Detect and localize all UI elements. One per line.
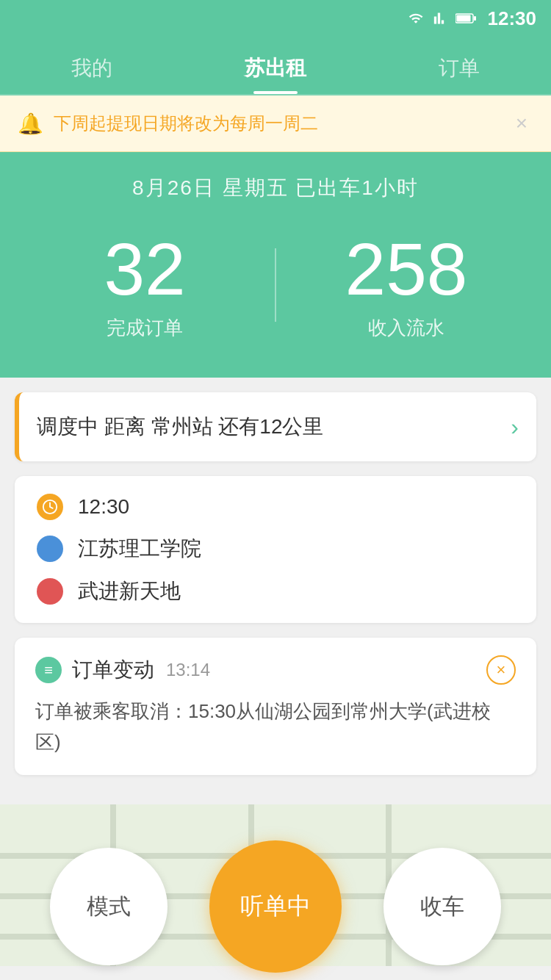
status-time: 12:30: [488, 7, 537, 30]
order-time-row: 12:30: [37, 494, 514, 520]
stop-button[interactable]: 收车: [383, 848, 501, 965]
svg-rect-2: [474, 16, 476, 21]
notif-time: 13:14: [166, 660, 210, 680]
svg-rect-1: [456, 15, 470, 22]
notification-banner: 🔔 下周起提现日期将改为每周一周二 ×: [0, 96, 551, 152]
clock-icon: [37, 494, 63, 520]
notif-icon: ≡: [35, 657, 62, 683]
stats-divider: [275, 248, 276, 322]
from-dot-icon: [37, 536, 63, 562]
speaker-icon: 🔔: [18, 112, 43, 136]
to-dot-icon: [37, 578, 63, 605]
dispatch-card[interactable]: 调度中 距离 常州站 还有12公里 ›: [15, 392, 536, 461]
notif-body: 订单被乘客取消：15:30从仙湖公园到常州大学(武进校区): [35, 696, 516, 757]
income-block: 258 收入流水: [291, 228, 522, 341]
date-info: 8月26日 星期五 已出车1小时: [29, 174, 522, 202]
order-to-row: 武进新天地: [37, 577, 514, 605]
stats-section: 8月26日 星期五 已出车1小时 32 完成订单 258 收入流水: [0, 152, 551, 378]
cards-area: 调度中 距离 常州站 还有12公里 › 12:30 江苏理工学院 武进新天地: [0, 378, 551, 804]
mode-button[interactable]: 模式: [50, 848, 168, 965]
dispatch-text: 调度中 距离 常州站 还有12公里: [19, 392, 493, 461]
wifi-icon: [406, 11, 426, 26]
order-from-row: 江苏理工学院: [37, 535, 514, 563]
tab-bar: 我的 苏出租 订单: [0, 37, 551, 96]
income-number: 258: [345, 228, 468, 309]
status-bar: 12:30: [0, 0, 551, 37]
notification-text: 下周起提现日期将改为每周一周二: [54, 112, 510, 135]
completed-orders-number: 32: [104, 228, 185, 309]
stats-row: 32 完成订单 258 收入流水: [29, 228, 522, 341]
order-from: 江苏理工学院: [78, 535, 201, 563]
battery-icon: [455, 11, 476, 26]
income-label: 收入流水: [368, 315, 444, 341]
completed-orders-block: 32 完成订单: [29, 228, 260, 341]
notification-close-button[interactable]: ×: [510, 109, 533, 138]
tab-orders[interactable]: 订单: [367, 54, 551, 94]
notif-header: ≡ 订单变动 13:14 ×: [35, 655, 516, 685]
tab-mine[interactable]: 我的: [0, 54, 184, 94]
order-time: 12:30: [78, 495, 129, 519]
order-card: 12:30 江苏理工学院 武进新天地: [15, 476, 536, 623]
completed-orders-label: 完成订单: [107, 315, 183, 341]
order-to: 武进新天地: [78, 577, 181, 605]
dispatch-arrow-icon: ›: [493, 414, 536, 441]
signal-icon: [431, 11, 451, 26]
notif-close-button[interactable]: ×: [486, 655, 516, 685]
status-icons: 12:30: [406, 7, 537, 30]
bottom-action-bar: 模式 听单中 收车: [0, 833, 551, 980]
listen-order-button[interactable]: 听单中: [209, 840, 342, 973]
notif-title: 订单变动: [72, 656, 154, 684]
tab-suzucheng[interactable]: 苏出租: [184, 54, 367, 94]
order-change-card: ≡ 订单变动 13:14 × 订单被乘客取消：15:30从仙湖公园到常州大学(武…: [15, 638, 536, 775]
